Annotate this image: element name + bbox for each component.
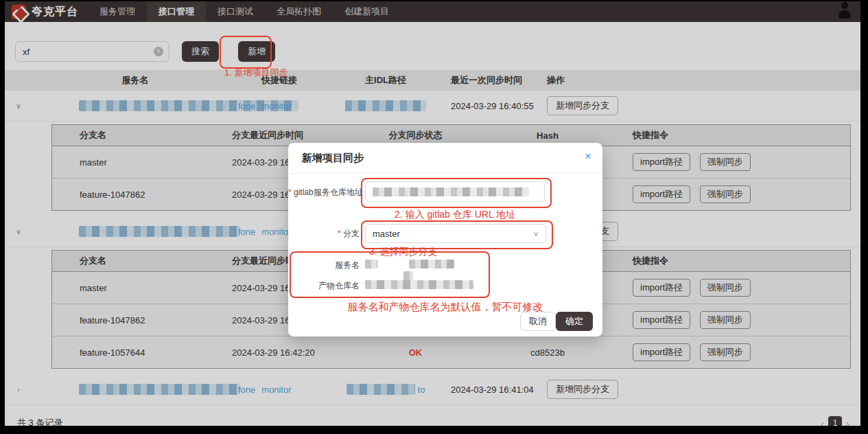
confirm-button[interactable]: 确定 xyxy=(556,312,593,331)
annotation-step3: 3. 选择同步分支 xyxy=(369,246,438,258)
artifact-repo-value xyxy=(365,279,473,289)
redacted-service-value xyxy=(409,260,454,269)
add-project-sync-modal: 新增项目同步 × gitlab服务仓库地址 2. 输入 gitlab 仓库 UR… xyxy=(288,143,602,336)
artifact-repo-label: 产物仓库名 xyxy=(288,280,360,292)
service-name-value xyxy=(365,258,454,280)
redacted-artifact-value xyxy=(365,280,473,289)
gitlab-repo-input[interactable] xyxy=(365,181,545,202)
cancel-button[interactable]: 取消 xyxy=(520,312,556,331)
branch-label: 分支 xyxy=(288,228,360,240)
branch-select[interactable]: master ∨ xyxy=(365,224,546,243)
close-icon[interactable]: × xyxy=(585,150,591,163)
redacted-service-value xyxy=(365,260,377,269)
service-name-label: 服务名 xyxy=(288,260,360,271)
redacted-repo-url xyxy=(373,187,529,196)
branch-select-value: master xyxy=(373,229,400,239)
annotation-step2: 2. 输入 gitlab 仓库 URL 地址 xyxy=(365,209,545,221)
modal-title: 新增项目同步 xyxy=(302,152,364,165)
chevron-down-icon: ∨ xyxy=(533,229,539,238)
gitlab-repo-label: gitlab服务仓库地址 xyxy=(288,187,360,198)
annotation-note: 服务名和产物仓库名为默认值，暂不可修改 xyxy=(288,301,602,314)
